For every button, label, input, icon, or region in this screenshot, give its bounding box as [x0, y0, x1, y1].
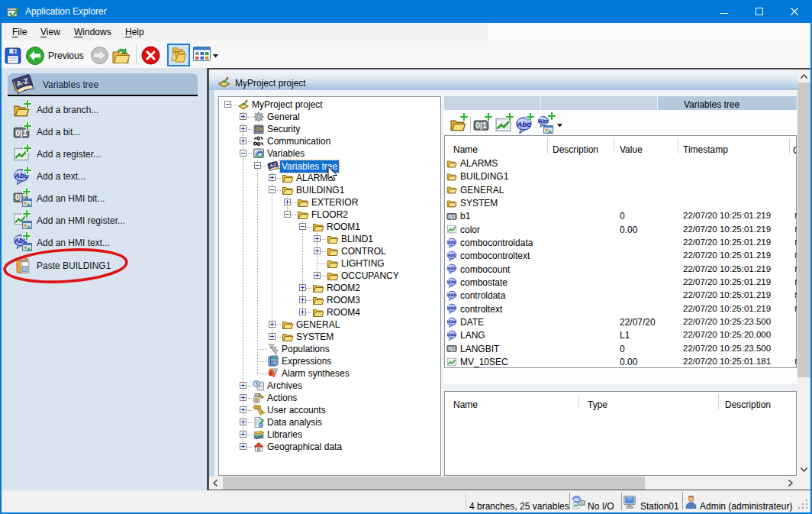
svg-text:Abc: Abc [446, 253, 456, 257]
svg-text:0|1: 0|1 [448, 214, 456, 220]
svg-text:Abc: Abc [446, 266, 456, 270]
svg-text:Abc: Abc [446, 319, 456, 324]
svg-text:Abc: Abc [446, 293, 456, 297]
svg-text:Abc: Abc [446, 280, 456, 284]
svg-text:0|1: 0|1 [475, 121, 487, 130]
svg-text:Abc: Abc [446, 240, 456, 244]
svg-text:Abc: Abc [446, 305, 456, 310]
svg-text:Abc: Abc [446, 332, 456, 337]
svg-text:0|1: 0|1 [448, 346, 456, 352]
svg-text:0|1: 0|1 [579, 501, 585, 505]
